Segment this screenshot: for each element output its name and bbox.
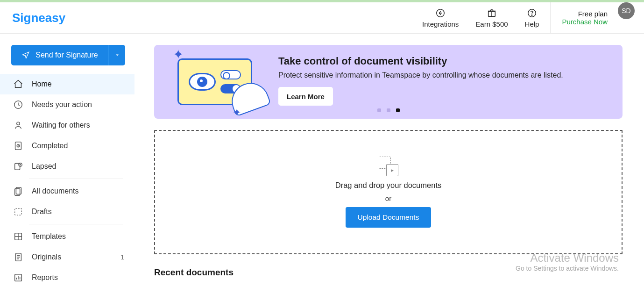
- header-integrations[interactable]: Integrations: [414, 2, 467, 34]
- banner-illustration: ✦ ✦: [168, 45, 262, 119]
- banner-dot[interactable]: [377, 108, 381, 112]
- banner-dot[interactable]: [387, 108, 390, 112]
- svg-point-3: [531, 14, 532, 15]
- send-dropdown-button[interactable]: [108, 45, 125, 65]
- help-icon: [527, 8, 537, 18]
- dropzone-text: Drag and drop your documents: [335, 181, 441, 190]
- promo-banner: ✦ ✦ Take control of document visibility …: [154, 45, 623, 119]
- documents-icon: [12, 185, 24, 197]
- drafts-icon: [12, 206, 24, 218]
- originals-icon: [12, 251, 24, 263]
- templates-icon: [12, 230, 24, 243]
- header-earn[interactable]: Earn $500: [467, 2, 516, 34]
- banner-pagination: [377, 108, 400, 112]
- banner-title: Take control of document visibility: [278, 55, 609, 67]
- lapsed-icon: [12, 160, 24, 172]
- header-help[interactable]: Help: [517, 2, 548, 34]
- sidebar-item-needs-action[interactable]: Needs your action: [0, 94, 134, 115]
- main: ✦ ✦ Take control of document visibility …: [134, 34, 644, 287]
- clock-icon: [12, 99, 24, 111]
- sidebar-item-reports[interactable]: Reports: [0, 267, 134, 287]
- reports-icon: [12, 272, 24, 284]
- sidebar-item-label: Home: [32, 80, 52, 88]
- learn-more-button[interactable]: Learn More: [278, 87, 333, 106]
- sidebar-item-label: Originals: [32, 253, 61, 261]
- person-wait-icon: [12, 119, 24, 131]
- send-button-label: Send for Signature: [35, 51, 98, 59]
- send-for-signature-button[interactable]: Send for Signature: [11, 45, 108, 65]
- sidebar-item-label: All documents: [32, 187, 79, 195]
- gift-icon: [487, 8, 497, 18]
- sidebar-item-label: Waiting for others: [32, 121, 90, 129]
- sidebar-item-drafts[interactable]: Drafts: [0, 201, 134, 222]
- sidebar-item-label: Templates: [32, 232, 66, 241]
- svg-rect-8: [15, 164, 20, 170]
- sidebar-item-all-documents[interactable]: All documents: [0, 181, 134, 201]
- header-earn-label: Earn $500: [475, 20, 508, 28]
- completed-icon: [12, 140, 24, 152]
- dropzone-icon: ▸: [379, 157, 398, 176]
- caret-down-icon: [114, 52, 120, 58]
- header-divider: [550, 2, 551, 34]
- sidebar-item-waiting[interactable]: Waiting for others: [0, 115, 134, 136]
- sidebar-item-home[interactable]: Home: [0, 74, 134, 94]
- sidebar-item-templates[interactable]: Templates: [0, 226, 134, 247]
- home-icon: [12, 78, 24, 90]
- sidebar-item-label: Completed: [32, 142, 68, 150]
- sidebar-item-originals[interactable]: Originals 1: [0, 247, 134, 267]
- upload-dropzone[interactable]: ▸ Drag and drop your documents or Upload…: [154, 130, 623, 254]
- sidebar: Send for Signature Home Needs your actio…: [0, 34, 134, 287]
- nav-divider: [29, 224, 123, 224]
- header-help-label: Help: [525, 20, 539, 28]
- sidebar-item-label: Reports: [32, 273, 58, 282]
- integrations-icon: [435, 8, 446, 18]
- sidebar-item-label: Lapsed: [32, 162, 57, 171]
- banner-dot[interactable]: [396, 108, 400, 112]
- avatar[interactable]: SD: [618, 2, 635, 19]
- sidebar-item-completed[interactable]: Completed: [0, 136, 134, 156]
- svg-rect-12: [15, 208, 22, 215]
- sparkle-icon: ✦: [233, 107, 241, 119]
- nav-divider: [29, 179, 123, 179]
- paper-plane-icon: [21, 51, 30, 59]
- plan-block: Free plan Purchase Now: [553, 2, 613, 34]
- recent-documents-heading: Recent documents: [154, 267, 623, 278]
- sidebar-item-lapsed[interactable]: Lapsed: [0, 156, 134, 177]
- header-integrations-label: Integrations: [422, 20, 459, 28]
- svg-point-5: [17, 122, 20, 125]
- sidebar-item-label: Drafts: [32, 208, 52, 216]
- banner-subtitle: Protect sensitive information in Teamspa…: [278, 71, 609, 79]
- header: Signeasy Integrations Earn $500 Help Fre…: [0, 2, 644, 34]
- plan-label: Free plan: [578, 10, 608, 18]
- brand-logo[interactable]: Signeasy: [12, 11, 65, 25]
- purchase-link[interactable]: Purchase Now: [562, 18, 608, 26]
- sidebar-item-label: Needs your action: [32, 100, 92, 109]
- dropzone-or: or: [385, 194, 391, 202]
- upload-documents-button[interactable]: Upload Documents: [346, 207, 432, 228]
- originals-count: 1: [120, 253, 124, 261]
